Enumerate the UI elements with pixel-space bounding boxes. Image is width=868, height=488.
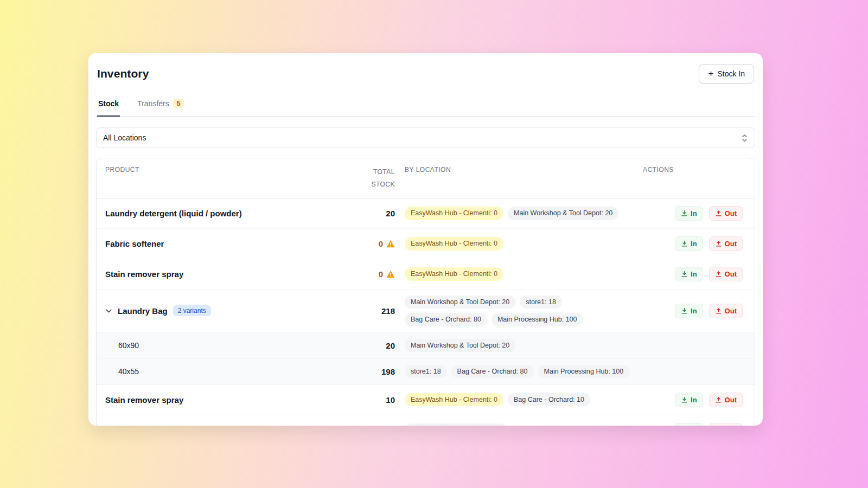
row-stock-out-label: Out [725, 209, 737, 217]
upload-icon [715, 271, 722, 278]
upload-icon [715, 396, 722, 403]
actions-cell: InOut [641, 423, 755, 426]
row-stock-out-label: Out [725, 307, 737, 315]
variant-row: 40x55198store1: 18Bag Care - Orchard: 80… [97, 359, 755, 385]
tab-stock[interactable]: Stock [97, 95, 120, 117]
product-row: Fabric softener0EasyWash Hub - Clementi:… [97, 229, 755, 259]
total-stock-cell: 198 [352, 367, 395, 376]
by-location-cell: Main Workshop & Tool Depot: 20 [395, 338, 641, 353]
location-tag: EasyWash Hub - Clementi: 10 [405, 423, 507, 426]
total-stock-value: 20 [386, 209, 395, 218]
total-stock-cell: 10 [352, 395, 395, 404]
product-cell: Laundry detergent (liquid / powder) [97, 209, 352, 218]
location-tag: Main Workshop & Tool Depot: 20 [405, 339, 515, 352]
location-tag: Bag Care - Orchard: 80 [405, 313, 487, 326]
variant-name: 60x90 [118, 341, 139, 350]
row-stock-in-button[interactable]: In [675, 304, 703, 318]
inventory-panel: Inventory + Stock In Stock Transfers 5 A… [88, 53, 763, 426]
row-stock-in-button[interactable]: In [675, 423, 703, 426]
product-cell: Stain remover spray [97, 395, 352, 404]
by-location-cell: Main Workshop & Tool Depot: 20store1: 18… [395, 294, 641, 328]
stock-in-button-label: Stock In [717, 69, 745, 78]
row-stock-out-button[interactable]: Out [709, 423, 743, 426]
product-row: Laundry detergent (liquid / powder)20Eas… [97, 198, 755, 229]
row-stock-out-label: Out [725, 396, 737, 404]
location-tag: Main Workshop & Tool Depot: 20 [405, 296, 515, 309]
row-stock-in-button[interactable]: In [675, 393, 703, 407]
upload-icon [715, 240, 722, 247]
product-cell: Fabric softener [97, 239, 352, 248]
row-stock-out-label: Out [725, 270, 737, 278]
location-tag: EasyWash Hub - Clementi: 0 [405, 207, 503, 220]
inventory-table: Product Total Stock By Location Actions … [96, 158, 755, 426]
stock-in-button[interactable]: + Stock In [699, 64, 754, 84]
product-row: Laundry Bag2 variants218Main Workshop & … [97, 290, 755, 333]
actions-cell: InOut [641, 236, 755, 251]
row-stock-in-button[interactable]: In [675, 206, 703, 221]
total-stock-value: 218 [381, 306, 395, 316]
variant-name: 40x55 [118, 367, 139, 376]
actions-cell: InOut [641, 267, 755, 281]
table-body: Laundry detergent (liquid / powder)20Eas… [97, 198, 755, 426]
product-cell: 40x55 [97, 367, 352, 376]
product-name: Stain remover spray [105, 269, 183, 279]
total-stock-cell: 218 [352, 306, 395, 316]
row-stock-out-button[interactable]: Out [709, 393, 743, 407]
location-select[interactable]: All Locations [96, 127, 755, 148]
location-tag: EasyWash Hub - Clementi: 0 [405, 267, 503, 280]
row-stock-out-label: Out [725, 240, 737, 248]
total-stock-value: 10 [386, 395, 395, 404]
row-stock-out-button[interactable]: Out [709, 206, 743, 221]
row-stock-out-button[interactable]: Out [709, 304, 743, 318]
transfers-count-badge: 5 [173, 99, 184, 108]
by-location-cell: store1: 18Bag Care - Orchard: 80Main Pro… [395, 364, 641, 379]
row-stock-in-label: In [691, 240, 697, 248]
total-stock-cell: 20 [352, 341, 395, 350]
tab-transfers[interactable]: Transfers 5 [136, 95, 185, 117]
row-stock-in-label: In [691, 307, 697, 315]
location-tag: store1: 18 [520, 296, 562, 309]
select-chevron-icon [741, 133, 748, 143]
by-location-cell: EasyWash Hub - Clementi: 0 [395, 236, 641, 251]
column-header-total-stock: Total Stock [352, 166, 395, 191]
row-stock-in-label: In [691, 270, 697, 278]
column-header-by-location: By Location [395, 166, 641, 174]
total-stock-cell: 20 [352, 209, 395, 218]
download-icon [681, 307, 688, 314]
total-stock-value: 20 [386, 341, 395, 350]
row-stock-out-button[interactable]: Out [709, 267, 743, 281]
product-cell: Stain remover spray [97, 269, 352, 279]
upload-icon [715, 307, 722, 314]
variant-row: 60x9020Main Workshop & Tool Depot: 20 [97, 333, 755, 359]
actions-cell: InOut [641, 393, 755, 407]
total-stock-value: 198 [381, 367, 395, 376]
chevron-down-icon [105, 307, 112, 314]
column-header-actions: Actions [641, 166, 755, 174]
row-stock-out-button[interactable]: Out [709, 236, 743, 251]
by-location-cell: EasyWash Hub - Clementi: 0Main Workshop … [395, 206, 641, 221]
upload-icon [715, 210, 722, 217]
actions-cell: InOut [641, 304, 755, 318]
expand-chevron-icon[interactable] [105, 307, 112, 314]
row-stock-in-label: In [691, 396, 697, 404]
download-icon [681, 240, 688, 247]
variants-badge[interactable]: 2 variants [173, 305, 211, 316]
warning-icon [386, 240, 395, 248]
tab-stock-label: Stock [98, 99, 119, 108]
location-tag: Main Processing Hub: 100 [538, 365, 630, 378]
download-icon [681, 271, 688, 278]
product-row: Stain remover spray0EasyWash Hub - Cleme… [97, 259, 755, 290]
product-cell: Laundry Bag2 variants [97, 305, 352, 316]
row-stock-in-button[interactable]: In [675, 267, 703, 281]
page-title: Inventory [97, 67, 149, 80]
row-stock-in-button[interactable]: In [675, 236, 703, 251]
location-tag: EasyWash Hub - Clementi: 0 [405, 237, 503, 250]
product-row: Fabric Softener10EasyWash Hub - Clementi… [97, 415, 755, 426]
location-select-value: All Locations [103, 133, 146, 142]
total-stock-value: 0 [379, 269, 383, 279]
by-location-cell: EasyWash Hub - Clementi: 0Bag Care - Orc… [395, 392, 641, 407]
low-stock-warning-icon [386, 270, 395, 278]
low-stock-warning-icon [386, 240, 395, 248]
total-stock-value: 0 [379, 239, 383, 248]
tab-transfers-label: Transfers [137, 99, 169, 108]
